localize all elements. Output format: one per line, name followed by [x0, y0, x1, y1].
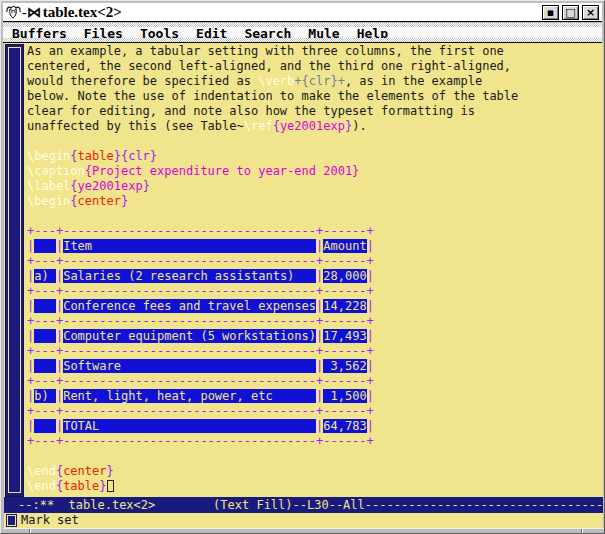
- syntax-run: Computer equipment (5 workstations): [63, 329, 316, 343]
- editor-line: \begin{table}{clr}: [27, 149, 602, 164]
- syntax-run: {: [273, 119, 280, 133]
- syntax-run: +---+-----------------------------------…: [27, 404, 374, 418]
- editor-line: would therefore be specified as \verb+{c…: [27, 74, 602, 89]
- editor-line: |a) |Salaries (2 research assistants) |2…: [27, 269, 602, 284]
- editor-line: centered, the second left-aligned, and t…: [27, 59, 602, 74]
- syntax-run: |: [367, 419, 374, 433]
- syntax-run: {Project expenditure to year-end 2001}: [85, 164, 360, 178]
- syntax-run: ye2001exp: [280, 119, 345, 133]
- editor-line: +---+-----------------------------------…: [27, 374, 602, 389]
- editor-line: \begin{center}: [27, 194, 602, 209]
- syntax-run: Amount: [323, 239, 366, 253]
- resize-grip[interactable]: [29, 529, 31, 534]
- text-cursor: [107, 480, 114, 492]
- syntax-run: ye2001exp: [78, 179, 143, 193]
- syntax-run: Conference fees and travel expenses: [63, 299, 316, 313]
- syntax-run: +---+-----------------------------------…: [27, 344, 374, 358]
- syntax-run: \label: [27, 179, 70, 193]
- editor-line: | |Software | 3,562|: [27, 359, 602, 374]
- editor-line: unaffected by this (see Table~\ref{ye200…: [27, 119, 602, 134]
- editor-line: | |Item |Amount|: [27, 239, 602, 254]
- syntax-run: {: [70, 194, 77, 208]
- syntax-run: unaffected by this (see Table~: [27, 119, 244, 133]
- syntax-run: }: [121, 194, 128, 208]
- syntax-run: clear for editing, and note also how the…: [27, 104, 475, 118]
- syntax-run: {: [70, 149, 77, 163]
- syntax-run: \begin: [27, 194, 70, 208]
- syntax-run: 1,500: [323, 389, 366, 403]
- syntax-run: |: [367, 359, 374, 373]
- minibuffer[interactable]: Mark set: [4, 513, 603, 528]
- syntax-run: {: [70, 179, 77, 193]
- syntax-run: [34, 299, 56, 313]
- syntax-run: \end: [27, 464, 56, 478]
- editor-line: \caption{Project expenditure to year-end…: [27, 164, 602, 179]
- editor-line: +---+-----------------------------------…: [27, 344, 602, 359]
- syntax-run: Software: [63, 359, 316, 373]
- syntax-run: \ref: [244, 119, 273, 133]
- syntax-run: TOTAL: [63, 419, 316, 433]
- syntax-run: \end: [27, 479, 56, 493]
- syntax-run: table: [63, 479, 99, 493]
- syntax-run: ).: [352, 119, 366, 133]
- syntax-run: b): [34, 389, 56, 403]
- window-title: table.tex<2>: [43, 4, 542, 21]
- syntax-run: 14,228: [323, 299, 366, 313]
- editor-line: clear for editing, and note also how the…: [27, 104, 602, 119]
- syntax-run: [34, 239, 56, 253]
- syntax-run: +---+-----------------------------------…: [27, 284, 374, 298]
- editor-line: As an example, a tabular setting with th…: [27, 44, 602, 59]
- syntax-run: \verb: [258, 74, 294, 88]
- editor-line: | |Conference fees and travel expenses|1…: [27, 299, 602, 314]
- emacs-window-frame: -⋈ table.tex<2> ▪ □ × Buffers Files Tool…: [0, 0, 605, 534]
- maximize-button[interactable]: □: [562, 5, 579, 20]
- syntax-run: 64,783: [323, 419, 366, 433]
- editor-line: [27, 209, 602, 224]
- editor-line: | |Computer equipment (5 workstations)|1…: [27, 329, 602, 344]
- syntax-run: [34, 329, 56, 343]
- editor-text[interactable]: As an example, a tabular setting with th…: [27, 44, 602, 496]
- syntax-run: 17,493: [323, 329, 366, 343]
- syntax-run: }{clr}: [114, 149, 157, 163]
- syntax-run: }: [107, 464, 114, 478]
- window-controls: ▪ □ ×: [542, 5, 599, 20]
- syntax-run: center: [78, 194, 121, 208]
- syntax-run: 28,000: [323, 269, 366, 283]
- gnu-icon: [5, 5, 22, 20]
- editor-line: \end{table}: [27, 479, 602, 494]
- syntax-run: below. Note the use of indentation to ma…: [27, 89, 518, 103]
- syntax-run: +---+-----------------------------------…: [27, 254, 374, 268]
- editor-line: +---+-----------------------------------…: [27, 314, 602, 329]
- syntax-run: +---+-----------------------------------…: [27, 434, 374, 448]
- syntax-run: Salaries (2 research assistants): [63, 269, 316, 283]
- vertical-scrollbar[interactable]: [5, 44, 24, 497]
- syntax-run: |: [367, 299, 374, 313]
- close-button[interactable]: ×: [582, 5, 599, 20]
- bottom-frame-border: [3, 528, 604, 534]
- syntax-run: \caption: [27, 164, 85, 178]
- title-bar[interactable]: -⋈ table.tex<2> ▪ □ ×: [3, 3, 602, 22]
- resize-grip[interactable]: [581, 529, 583, 534]
- mode-line: --:** table.tex<2> (Text Fill)--L30--All…: [4, 497, 603, 513]
- editor-line: [27, 134, 602, 149]
- syntax-run: would therefore be specified as: [27, 74, 258, 88]
- editor-line: [27, 449, 602, 464]
- syntax-run: +---+-----------------------------------…: [27, 314, 374, 328]
- minimize-button[interactable]: ▪: [542, 5, 559, 20]
- syntax-run: center: [63, 464, 106, 478]
- syntax-run: [34, 359, 56, 373]
- editor-line: +---+-----------------------------------…: [27, 254, 602, 269]
- editor-line: \label{ye2001exp}: [27, 179, 602, 194]
- editor-line: | |TOTAL |64,783|: [27, 419, 602, 434]
- syntax-run: 3,562: [323, 359, 366, 373]
- syntax-run: }: [99, 479, 106, 493]
- minibuffer-scrollbar-stub: [6, 514, 17, 527]
- syntax-run: +{clr}+: [294, 74, 345, 88]
- scrollbar-thumb[interactable]: [8, 47, 21, 493]
- editor-line: |b) |Rent, light, heat, power, etc | 1,5…: [27, 389, 602, 404]
- syntax-run: |: [367, 269, 374, 283]
- syntax-run: |: [367, 389, 374, 403]
- syntax-run: As an example, a tabular setting with th…: [27, 44, 504, 58]
- editor-line: +---+-----------------------------------…: [27, 434, 602, 449]
- title-icon-glyph: -⋈: [22, 4, 41, 21]
